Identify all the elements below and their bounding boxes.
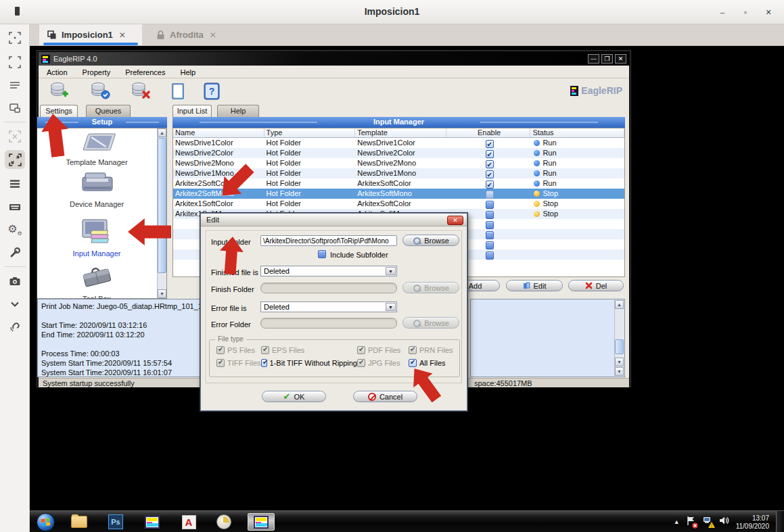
dialog-close-icon[interactable]: ✕ [447, 216, 463, 225]
enable-checkbox[interactable] [486, 160, 494, 168]
scroll-down-icon[interactable]: ▼ [158, 289, 166, 298]
column-header-template[interactable]: Template [355, 128, 446, 137]
tray-clock[interactable]: 13:07 11/09/2020 [736, 513, 769, 531]
menu-preferences[interactable]: Preferences [125, 68, 165, 76]
keyboard-grab-icon[interactable] [5, 197, 25, 216]
close-icon[interactable]: ✕ [761, 5, 776, 19]
finished-file-select[interactable]: Deleted ▼ [260, 266, 397, 276]
tab-close-icon[interactable]: ✕ [210, 30, 216, 40]
browse-error-folder-button: Browse [402, 317, 459, 329]
filetype-all-files[interactable]: All Files [409, 359, 457, 367]
column-header-type[interactable]: Type [264, 128, 356, 137]
table-row[interactable]: Arkitex1SoftColorHot FolderArkitexSoftCo… [173, 199, 624, 209]
eaglerip-active-task-button[interactable] [248, 513, 275, 531]
browse-input-folder-button[interactable]: Browse [402, 235, 459, 246]
show-desktop-button[interactable] [776, 511, 784, 532]
tab-close-icon[interactable]: ✕ [119, 30, 126, 40]
dynamic-resolution-icon[interactable] [5, 99, 25, 118]
scroll-down-icon[interactable]: ▼ [615, 367, 624, 376]
file-explorer-icon[interactable] [69, 513, 89, 531]
menu-help[interactable]: Help [180, 68, 195, 76]
tray-expand-icon[interactable]: ▲ [674, 518, 680, 525]
chevron-down-icon[interactable]: ▼ [386, 267, 396, 275]
job-list-icon[interactable] [168, 82, 187, 103]
maximize-icon[interactable]: ▫ [738, 5, 753, 19]
multi-monitor-icon[interactable] [5, 76, 25, 95]
add-job-icon[interactable] [49, 81, 70, 104]
minimize-icon[interactable]: — [588, 54, 599, 64]
disconnect-icon[interactable] [5, 318, 25, 337]
checkbox[interactable] [409, 359, 417, 367]
fullscreen-icon[interactable] [5, 53, 25, 72]
minimize-icon[interactable]: – [715, 5, 730, 19]
menu-action[interactable]: Action [47, 68, 68, 76]
input-folder-field[interactable]: \ArkitexDirector\Softproof\ToRip\Pdf\Mon… [260, 235, 397, 246]
enable-checkbox[interactable] [486, 150, 494, 158]
enable-checkbox[interactable] [486, 241, 494, 249]
enable-checkbox[interactable] [486, 191, 494, 199]
del-button[interactable]: Del [568, 280, 624, 291]
chevron-down-icon[interactable]: ▼ [386, 303, 396, 311]
enable-checkbox[interactable] [486, 140, 494, 148]
eaglerip-titlebar[interactable]: EagleRIP 4.0 — ❐ ✕ [39, 52, 629, 66]
maximize-icon[interactable]: ❐ [601, 54, 613, 64]
filetype-1-bit-tiff-without-ripping[interactable]: 1-Bit TIFF Without Ripping [261, 359, 357, 367]
table-row[interactable]: NewsDrive1ColorHot FolderNewsDrive1Color… [173, 138, 624, 148]
enable-job-icon[interactable] [90, 81, 110, 104]
enable-checkbox[interactable] [486, 231, 494, 239]
setup-item-tool-box[interactable]: Tool Box [37, 262, 156, 303]
start-button[interactable] [35, 513, 55, 531]
scale-quality-icon[interactable] [5, 150, 25, 169]
tab-input-list[interactable]: Input List [172, 105, 212, 117]
screenshot-icon[interactable] [5, 272, 25, 291]
include-subfolder-checkbox[interactable] [318, 250, 326, 258]
log-scrollbar[interactable]: ▲ ▼ ▼ [614, 300, 624, 376]
tab-queues[interactable]: Queues [86, 105, 131, 117]
dialog-titlebar[interactable]: Edit [201, 214, 467, 226]
acrobat-icon[interactable]: A [179, 513, 199, 531]
tools-icon[interactable] [5, 243, 25, 262]
volume-icon[interactable] [719, 516, 730, 528]
scrollbar-thumb[interactable] [158, 138, 166, 273]
photoshop-icon[interactable]: Ps [106, 513, 126, 531]
scaled-mode-icon[interactable] [5, 127, 25, 146]
menu-property[interactable]: Property [83, 68, 111, 76]
delete-job-icon[interactable] [131, 81, 151, 104]
enable-checkbox[interactable] [486, 180, 494, 189]
menu-icon[interactable] [5, 174, 25, 193]
scroll-up-icon[interactable]: ▲ [158, 128, 166, 137]
edit-button[interactable]: Edit [506, 280, 563, 291]
preferences-icon[interactable]: ⚙⚙ [5, 220, 25, 239]
checkbox[interactable] [261, 359, 267, 367]
scroll-up-icon[interactable]: ▲ [615, 300, 624, 309]
enable-checkbox[interactable] [486, 201, 494, 209]
setup-item-device-manager[interactable]: Device Manager [37, 169, 156, 208]
setup-scrollbar[interactable]: ▲ ▼ [157, 128, 166, 298]
finish-folder-field [260, 283, 397, 293]
eaglerip-taskbar-icon[interactable] [142, 513, 162, 531]
resize-window-icon[interactable] [5, 28, 25, 47]
column-header-status[interactable]: Status [530, 128, 624, 137]
table-row[interactable]: NewsDrive2ColorHot FolderNewsDrive2Color… [173, 148, 624, 158]
cancel-button[interactable]: Cancel [353, 391, 417, 402]
enable-checkbox[interactable] [486, 221, 494, 229]
help-icon[interactable]: ? [202, 82, 221, 103]
tab-afrodita[interactable]: Afrodita ✕ [148, 24, 229, 45]
error-file-select[interactable]: Deleted ▼ [260, 301, 397, 312]
scroll-down-icon[interactable]: ▼ [615, 358, 624, 366]
close-icon[interactable]: ✕ [615, 54, 626, 64]
enable-checkbox[interactable] [486, 211, 494, 219]
column-header-name[interactable]: Name [173, 128, 264, 137]
eaglerip-app-icon [41, 55, 50, 64]
action-center-icon[interactable] [686, 516, 696, 529]
scrollbar-thumb[interactable] [615, 339, 624, 354]
enable-checkbox[interactable] [486, 170, 494, 178]
tab-help[interactable]: Help [217, 105, 259, 117]
clock-app-icon[interactable] [214, 513, 234, 531]
column-header-enable[interactable]: Enable [446, 128, 531, 137]
minimize-toolbar-icon[interactable] [5, 295, 25, 314]
ok-button[interactable]: ✔ OK [262, 391, 326, 402]
network-status-icon[interactable]: ! [702, 516, 713, 528]
enable-checkbox[interactable] [486, 251, 494, 260]
tab-imposicion1[interactable]: Imposicion1 ✕ [39, 24, 142, 45]
